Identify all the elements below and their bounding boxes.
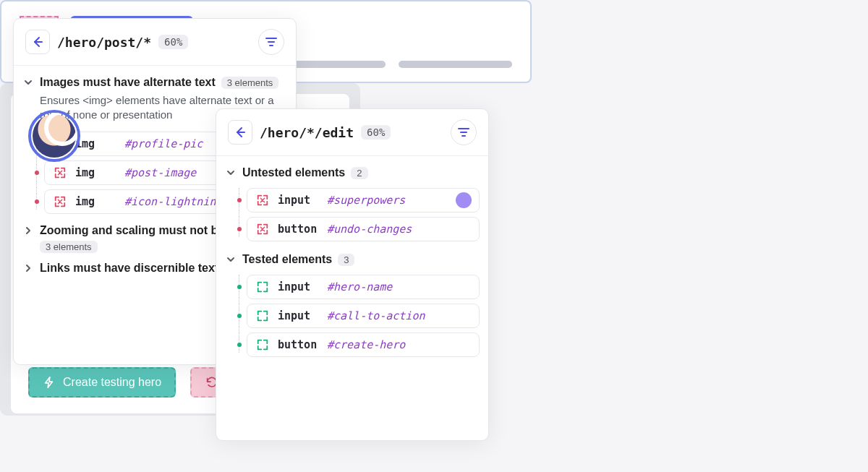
route-path: /hero/post/* (57, 35, 151, 50)
element-tag: img (75, 137, 116, 150)
element-selector: #superpowers (327, 194, 405, 207)
filter-icon (458, 126, 469, 138)
chevron-down-icon (225, 254, 237, 265)
element-selector: #profile-pic (124, 137, 203, 150)
panel-header: /hero/post/* 60% (14, 19, 296, 66)
elements-section-toggle[interactable]: Tested elements 3 (225, 249, 480, 270)
element-tag: img (75, 166, 116, 179)
avatar (28, 110, 80, 162)
issue-section-title: Links must have discernible text (40, 262, 218, 275)
elements-section-title: Tested elements (242, 253, 332, 266)
element-tag: button (278, 338, 318, 351)
coverage-percent: 60% (361, 125, 391, 140)
element-row[interactable]: input #call-to-action (247, 304, 480, 328)
arrow-left-icon (234, 126, 246, 138)
target-fail-icon (256, 223, 269, 236)
element-tag: input (278, 194, 318, 207)
element-selector: #call-to-action (327, 309, 425, 322)
chevron-down-icon (225, 168, 237, 178)
highlight-marker (456, 192, 472, 208)
element-selector: #hero-name (327, 280, 392, 293)
target-pass-icon (256, 309, 269, 322)
element-row[interactable]: button #create-hero (247, 332, 480, 357)
element-selector: #icon-lightning (124, 195, 222, 208)
back-button[interactable] (228, 120, 252, 145)
placeholder-line (399, 61, 512, 68)
filter-button[interactable] (451, 119, 477, 145)
panel-header: /hero/*/edit 60% (216, 109, 488, 156)
elements-section-title: Untested elements (242, 166, 345, 179)
element-selector: #create-hero (327, 338, 405, 351)
issue-section-title: Images must have alternate text (40, 76, 216, 89)
element-tag: input (278, 280, 318, 293)
issue-section-title: Zooming and scaling must not be (40, 224, 224, 237)
arrow-left-icon (32, 36, 43, 48)
issues-panel-hero-edit: /hero/*/edit 60% Untested elements 2 inp… (216, 108, 489, 441)
route-path: /hero/*/edit (260, 125, 354, 140)
target-fail-icon (256, 194, 269, 207)
target-fail-icon (54, 195, 67, 208)
create-hero-button[interactable]: Create testing hero (28, 367, 176, 398)
chevron-down-icon (22, 77, 34, 87)
avatar-face (33, 114, 76, 158)
elements-count: 2 (351, 167, 367, 179)
element-tag: input (278, 309, 318, 322)
target-pass-icon (256, 338, 269, 351)
filter-icon (265, 36, 277, 48)
filter-button[interactable] (258, 29, 284, 55)
issue-section-toggle[interactable]: Images must have alternate text 3 elemen… (22, 72, 287, 93)
element-row[interactable]: button #undo-changes (247, 217, 480, 241)
chevron-right-icon (22, 226, 34, 236)
element-selector: #undo-changes (327, 223, 412, 236)
element-row[interactable]: input #hero-name (247, 275, 480, 299)
chevron-right-icon (22, 263, 34, 273)
element-tag: button (278, 223, 318, 236)
button-label: Create testing hero (63, 376, 161, 389)
elements-count: 3 (338, 254, 354, 266)
coverage-percent: 60% (158, 35, 188, 49)
target-fail-icon (54, 166, 67, 179)
issue-count-badge: 3 elements (40, 241, 98, 253)
element-row[interactable]: input #superpowers (247, 188, 480, 213)
issue-count-badge: 3 elements (221, 77, 279, 89)
target-pass-icon (256, 280, 269, 293)
back-button[interactable] (25, 30, 50, 54)
element-selector: #post-image (124, 166, 196, 179)
elements-section-toggle[interactable]: Untested elements 2 (225, 162, 480, 184)
bolt-icon (43, 376, 56, 389)
element-tag: img (75, 195, 116, 208)
